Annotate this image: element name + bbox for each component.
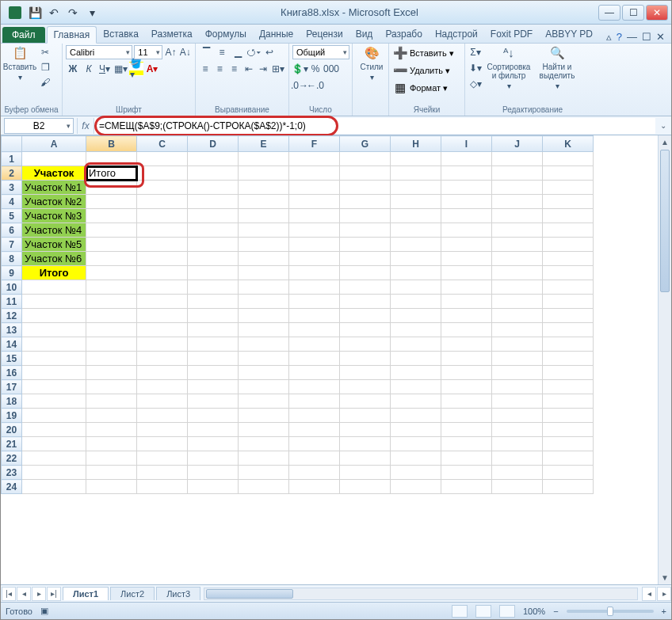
- cell-C10[interactable]: [137, 280, 188, 295]
- cell-B21[interactable]: [86, 437, 137, 451]
- cell-J8[interactable]: [492, 252, 543, 266]
- cell-K23[interactable]: [543, 466, 594, 480]
- cell-K17[interactable]: [543, 380, 594, 394]
- cell-B11[interactable]: [86, 295, 137, 309]
- cell-G12[interactable]: [340, 309, 391, 323]
- cell-F7[interactable]: [289, 238, 340, 252]
- find-select-button[interactable]: 🔍 Найти и выделить▾: [535, 45, 579, 91]
- col-header-J[interactable]: J: [492, 136, 543, 152]
- cell-C18[interactable]: [137, 394, 188, 409]
- cell-G7[interactable]: [340, 238, 391, 252]
- cell-D16[interactable]: [188, 366, 239, 380]
- orientation-button[interactable]: ⭯▾: [246, 45, 261, 59]
- cell-F10[interactable]: [289, 280, 340, 295]
- view-pagebreak-button[interactable]: [499, 605, 515, 618]
- row-header-18[interactable]: 18: [2, 394, 22, 409]
- cell-J16[interactable]: [492, 366, 543, 380]
- row-header-23[interactable]: 23: [2, 466, 22, 480]
- scroll-down-button[interactable]: ▼: [659, 571, 671, 584]
- decrease-decimal-button[interactable]: ←.0: [308, 78, 323, 93]
- cell-G24[interactable]: [340, 480, 391, 494]
- cell-B7[interactable]: [86, 238, 137, 252]
- cell-F17[interactable]: [289, 380, 340, 394]
- cell-F14[interactable]: [289, 337, 340, 352]
- cell-D15[interactable]: [188, 352, 239, 366]
- col-header-C[interactable]: C: [137, 136, 188, 152]
- zoom-slider[interactable]: [567, 610, 654, 613]
- cell-G4[interactable]: [340, 195, 391, 209]
- cell-H18[interactable]: [391, 394, 441, 409]
- zoom-level[interactable]: 100%: [523, 607, 545, 616]
- cell-C4[interactable]: [137, 195, 188, 209]
- cell-K16[interactable]: [543, 366, 594, 380]
- cell-H19[interactable]: [391, 409, 441, 423]
- wrap-text-button[interactable]: ↩: [262, 45, 277, 59]
- cell-K13[interactable]: [543, 323, 594, 337]
- cell-J18[interactable]: [492, 394, 543, 409]
- cell-H2[interactable]: [391, 166, 441, 181]
- cell-I21[interactable]: [441, 437, 492, 451]
- row-header-24[interactable]: 24: [2, 480, 22, 494]
- cell-D6[interactable]: [188, 223, 239, 238]
- cell-B5[interactable]: [86, 209, 137, 223]
- cell-A21[interactable]: [22, 437, 86, 451]
- cell-K20[interactable]: [543, 423, 594, 437]
- cell-C13[interactable]: [137, 323, 188, 337]
- row-header-7[interactable]: 7: [2, 238, 22, 252]
- cell-B6[interactable]: [86, 223, 137, 238]
- cell-A7[interactable]: Участок №5: [22, 238, 86, 252]
- cell-A18[interactable]: [22, 394, 86, 409]
- doc-restore[interactable]: ☐: [642, 31, 651, 43]
- select-all-corner[interactable]: [2, 136, 22, 152]
- cell-B22[interactable]: [86, 451, 137, 466]
- cell-I4[interactable]: [441, 195, 492, 209]
- align-top-button[interactable]: ▔: [199, 45, 213, 59]
- col-header-A[interactable]: A: [22, 136, 86, 152]
- scroll-left-button[interactable]: ◂: [642, 587, 656, 601]
- cell-J19[interactable]: [492, 409, 543, 423]
- cell-J17[interactable]: [492, 380, 543, 394]
- cell-J5[interactable]: [492, 209, 543, 223]
- cell-G13[interactable]: [340, 323, 391, 337]
- cell-G3[interactable]: [340, 181, 391, 195]
- cell-A11[interactable]: [22, 295, 86, 309]
- cell-E16[interactable]: [239, 366, 289, 380]
- cell-H17[interactable]: [391, 380, 441, 394]
- cell-E2[interactable]: [239, 166, 289, 181]
- minimize-button[interactable]: —: [598, 5, 620, 21]
- cell-A14[interactable]: [22, 337, 86, 352]
- cell-F20[interactable]: [289, 423, 340, 437]
- cell-F9[interactable]: [289, 266, 340, 280]
- cell-K15[interactable]: [543, 352, 594, 366]
- row-header-1[interactable]: 1: [2, 152, 22, 166]
- cell-H21[interactable]: [391, 437, 441, 451]
- cell-E21[interactable]: [239, 437, 289, 451]
- row-header-9[interactable]: 9: [2, 266, 22, 280]
- cell-G11[interactable]: [340, 295, 391, 309]
- cell-F18[interactable]: [289, 394, 340, 409]
- cell-I13[interactable]: [441, 323, 492, 337]
- cell-E10[interactable]: [239, 280, 289, 295]
- cell-B16[interactable]: [86, 366, 137, 380]
- cell-D22[interactable]: [188, 451, 239, 466]
- merge-button[interactable]: ⊞▾: [271, 62, 285, 76]
- cell-E4[interactable]: [239, 195, 289, 209]
- fill-color-button[interactable]: 🪣▾: [129, 62, 143, 76]
- cell-E11[interactable]: [239, 295, 289, 309]
- cell-G6[interactable]: [340, 223, 391, 238]
- cell-C7[interactable]: [137, 238, 188, 252]
- cell-K21[interactable]: [543, 437, 594, 451]
- scroll-thumb-h[interactable]: [206, 589, 293, 599]
- col-header-G[interactable]: G: [340, 136, 391, 152]
- cell-C1[interactable]: [137, 152, 188, 166]
- autosum-button[interactable]: Σ▾: [468, 45, 483, 59]
- cell-H11[interactable]: [391, 295, 441, 309]
- formula-input[interactable]: [94, 118, 655, 134]
- italic-button[interactable]: К: [82, 62, 96, 76]
- col-header-F[interactable]: F: [289, 136, 340, 152]
- zoom-out-button[interactable]: −: [553, 607, 558, 616]
- cell-F23[interactable]: [289, 466, 340, 480]
- cell-K24[interactable]: [543, 480, 594, 494]
- row-header-17[interactable]: 17: [2, 380, 22, 394]
- cell-I24[interactable]: [441, 480, 492, 494]
